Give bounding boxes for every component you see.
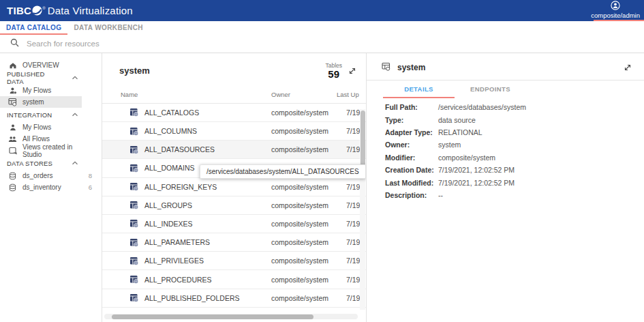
sidebar-item[interactable]: INTEGRATION — [0, 108, 102, 121]
person-icon — [8, 123, 17, 132]
table-row-owner: composite/system — [271, 201, 346, 209]
details-field: Adapter Type: RELATIONAL — [385, 126, 644, 138]
sidebar-item-label: INTEGRATION — [7, 111, 52, 119]
table-row[interactable]: ALL_PUBLISHED_FOLDERS composite/system 7… — [102, 289, 366, 308]
table-icon — [129, 108, 144, 117]
table-row-name: ALL_COLUMNS — [144, 127, 271, 135]
tables-panel-header: system Tables 59 — [102, 53, 366, 80]
tab-endpoints[interactable]: ENDPOINTS — [455, 80, 526, 98]
table-row[interactable]: ALL_GROUPS composite/system 7/19/ — [102, 196, 366, 215]
expand-icon[interactable] — [347, 65, 358, 76]
details-tab-bar: DETAILS ENDPOINTS — [367, 80, 644, 98]
table-row-owner: composite/system — [271, 257, 346, 265]
content-area: OVERVIEW PUBLISHED DATA My Flows — [0, 53, 644, 322]
table-row-owner: composite/system — [271, 238, 346, 246]
tab-details[interactable]: DETAILS — [383, 80, 455, 98]
sidebar-item-label: ds_orders — [22, 172, 52, 179]
sidebar-item[interactable]: My Flows — [0, 121, 102, 133]
table-row[interactable]: ALL_CATALOGS composite/system 7/19/ — [102, 104, 366, 122]
sidebar-item[interactable]: Views created in Studio — [0, 145, 102, 156]
horizontal-scrollbar-thumb[interactable] — [112, 314, 313, 319]
vertical-scrollbar-thumb[interactable] — [361, 111, 365, 171]
sidebar-item[interactable]: ds_inventory 6 — [0, 181, 102, 193]
details-field-value: data source — [438, 116, 644, 124]
chevron-up-icon — [72, 160, 78, 166]
details-field-value: -- — [438, 191, 644, 199]
sidebar-item-label: All Flows — [22, 135, 50, 143]
details-field-label: Full Path: — [385, 103, 438, 111]
table-row[interactable]: ALL_INDEXES composite/system 7/19/ — [102, 215, 366, 233]
sidebar-item[interactable]: system — [0, 96, 102, 108]
tab-data-catalog[interactable]: DATA CATALOG — [0, 21, 67, 35]
tables-panel: system Tables 59 Name Owner Last Up — [102, 53, 367, 322]
panel-title: system — [119, 65, 150, 76]
user-icon — [611, 1, 620, 12]
table-row-owner: composite/system — [271, 220, 346, 228]
details-field-label: Description: — [385, 191, 438, 199]
details-fields: Full Path: /services/databases/system Ty… — [367, 98, 644, 201]
person-gear-icon — [8, 87, 17, 95]
people-icon — [8, 135, 17, 143]
tibco-swirl-icon — [32, 5, 42, 16]
user-menu[interactable]: composite/admin — [591, 1, 640, 19]
sidebar-item-count: 8 — [89, 172, 92, 179]
table-row-name: ALL_PRIVILEGES — [144, 257, 271, 265]
details-title: system — [397, 63, 425, 72]
details-field-value: RELATIONAL — [438, 128, 644, 136]
table-row[interactable]: ALL_DATASOURCES composite/system 7/19/ — [102, 141, 366, 159]
user-menu-underline — [594, 20, 644, 21]
sidebar-item-label: DATA STORES — [7, 160, 52, 167]
table-row-name: ALL_PUBLISHED_FOLDERS — [144, 294, 271, 302]
table-row[interactable]: ALL_PROCEDURES composite/system 7/19/ — [102, 270, 366, 289]
table-icon — [129, 219, 144, 228]
table-row[interactable]: ALL_PRIVILEGES composite/system 7/19/ — [102, 252, 366, 270]
table-row[interactable]: ALL_FOREIGN_KEYS composite/system 7/19/ — [102, 178, 366, 196]
registered-mark: ® — [42, 6, 45, 10]
table-row-owner: composite/system — [271, 276, 346, 284]
sidebar-item-label: PUBLISHED DATA — [7, 70, 61, 85]
sidebar-item-label: Views created in Studio — [22, 143, 87, 158]
details-field-value: composite/system — [438, 153, 644, 162]
details-field: Creation Date: 7/19/2021, 12:02:52 PM — [385, 164, 644, 176]
sidebar-item[interactable]: DATA STORES — [0, 156, 102, 170]
details-field: Owner: system — [385, 138, 644, 151]
table-row-owner: composite/system — [271, 145, 346, 153]
db-icon — [8, 184, 17, 192]
table-db-icon — [8, 98, 17, 106]
horizontal-scrollbar — [104, 314, 358, 319]
search-bar — [0, 35, 644, 53]
table-row-name: ALL_CATALOGS — [144, 108, 271, 117]
sidebar-item-count: 6 — [89, 184, 92, 191]
table-row-name: ALL_INDEXES — [144, 220, 271, 228]
details-panel-header: system — [367, 53, 644, 80]
sidebar-item[interactable]: OVERVIEW — [0, 59, 102, 71]
sidebar-item[interactable]: PUBLISHED DATA — [0, 71, 102, 85]
expand-icon[interactable] — [622, 62, 633, 73]
details-field: Type: data source — [385, 113, 644, 126]
table-icon — [129, 164, 144, 173]
sidebar-item[interactable]: ds_orders 8 — [0, 170, 102, 181]
search-input[interactable] — [27, 40, 299, 48]
sidebar-item-label: system — [22, 98, 44, 106]
views-icon — [8, 147, 17, 155]
column-header-name: Name — [121, 91, 271, 98]
details-field: Full Path: /services/databases/system — [385, 101, 644, 113]
details-field: Last Modified: 7/19/2021, 12:02:52 PM — [385, 176, 644, 188]
details-field-value: system — [438, 141, 644, 149]
details-panel: system DETAILS ENDPOINTS Full Path: /ser… — [367, 53, 644, 322]
sidebar-item[interactable]: My Flows — [0, 85, 102, 96]
table-row[interactable]: ALL_PARAMETERS composite/system 7/19/ — [102, 233, 366, 252]
vertical-scrollbar — [360, 109, 365, 310]
product-name: Data Virtualization — [48, 5, 133, 16]
chevron-up-icon — [72, 112, 78, 117]
table-icon — [129, 145, 144, 154]
tab-data-workbench[interactable]: DATA WORKBENCH — [67, 21, 149, 35]
table-row[interactable]: ALL_COLUMNS composite/system 7/19/ — [102, 122, 366, 141]
table-row-name: ALL_FOREIGN_KEYS — [144, 183, 271, 191]
tables-count-value: 59 — [325, 69, 342, 80]
table-icon — [129, 293, 144, 302]
search-icon — [10, 38, 19, 50]
table-rows: ALL_CATALOGS composite/system 7/19/ ALL_… — [102, 103, 366, 308]
path-tooltip: /services/databases/system/ALL_DATASOURC… — [200, 164, 366, 179]
datasource-icon — [382, 61, 390, 74]
